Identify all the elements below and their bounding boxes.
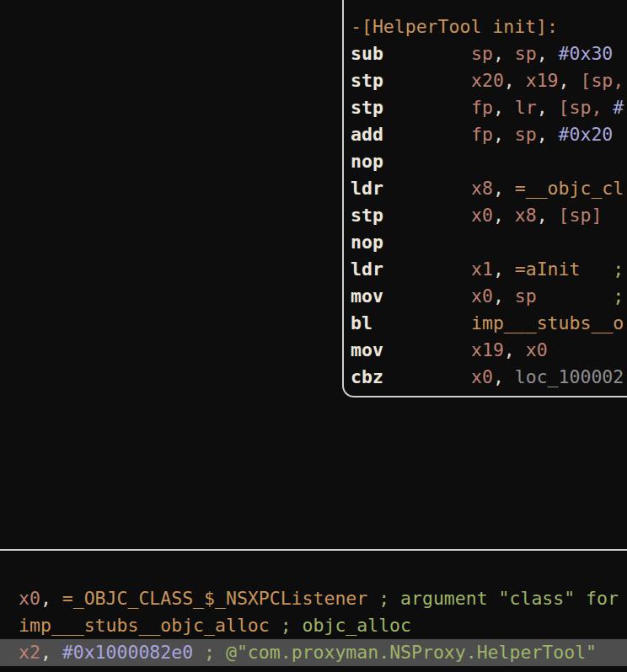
asm-instruction-line[interactable]: movx19, x0 (351, 337, 627, 364)
asm-instruction-line[interactable]: addfp, sp, #0x20 (351, 121, 627, 148)
asm-token-pun: , (559, 70, 581, 91)
asm-token-pun: , (537, 97, 559, 118)
asm-token-reg: lr (515, 97, 537, 118)
asm-token-pun: , (493, 178, 515, 199)
asm-token-imm: #0x20 (559, 124, 614, 145)
asm-token-reg: sp (515, 124, 537, 145)
asm-token-cmt: ; objc_alloc (281, 615, 411, 636)
asm-mnemonic: ldr (351, 256, 471, 283)
asm-token-cmt: ; argument "class" for (378, 588, 619, 609)
asm-token-pun: , (504, 339, 526, 360)
asm-line[interactable]: imp___stubs__objc_alloc ; objc_alloc (0, 612, 627, 639)
asm-token-pun: , (537, 124, 559, 145)
asm-token-sym: =aInit (515, 259, 581, 280)
asm-token-reg: fp (471, 97, 493, 118)
asm-mnemonic: bl (351, 310, 471, 337)
asm-token-pun: , (493, 366, 515, 387)
asm-token-reg: x8 (515, 205, 537, 226)
asm-token-pun: , (493, 259, 515, 280)
asm-mnemonic: sub (351, 40, 471, 67)
asm-token-pln (270, 615, 281, 636)
asm-label-line[interactable]: -[HelperTool init]: (351, 13, 627, 40)
asm-token-pun: , (493, 205, 515, 226)
asm-mnemonic: mov (351, 337, 471, 364)
asm-token-pun: , (504, 70, 526, 91)
asm-token-sym: imp___stubs__objc_alloc (19, 615, 270, 636)
asm-token-pun: , (493, 285, 515, 307)
asm-instruction-line[interactable]: stpx0, x8, [sp] (351, 202, 627, 229)
assembly-listing-pane[interactable]: x0, =_OBJC_CLASS_$_NSXPCListener ; argum… (0, 585, 627, 666)
asm-line-selected[interactable]: x2, #0x1000082e0 ; @"com.proxyman.NSProx… (0, 639, 627, 666)
cfg-node-helpertool-init[interactable]: -[HelperTool init]:subsp, sp, #0x30stpx2… (342, 0, 627, 397)
asm-mnemonic: ldr (351, 175, 471, 202)
pane-divider[interactable] (0, 549, 627, 551)
asm-mnemonic: nop (351, 229, 471, 256)
asm-token-reg: x8 (471, 178, 493, 199)
asm-token-reg: x0 (471, 205, 493, 226)
method-label: -[HelperTool init]: (351, 16, 558, 37)
asm-token-pun: , (493, 97, 515, 118)
asm-mnemonic: stp (351, 94, 471, 121)
asm-token-reg: [sp] (559, 205, 603, 226)
asm-token-reg: fp (471, 124, 493, 145)
asm-instruction-line[interactable]: ldrx1, =aInit ; (351, 256, 627, 283)
asm-instruction-line[interactable]: nop (351, 148, 627, 175)
asm-instruction-line[interactable]: stpx20, x19, [sp, (351, 67, 627, 94)
asm-token-reg: x1 (471, 259, 493, 280)
asm-instruction-line[interactable]: stpfp, lr, [sp, # (351, 94, 627, 121)
disassembler-view: -[HelperTool init]:subsp, sp, #0x30stpx2… (0, 0, 627, 672)
asm-token-pun: , (493, 124, 515, 145)
cfg-node-code: -[HelperTool init]:subsp, sp, #0x30stpx2… (344, 0, 627, 391)
asm-token-imm: #0x1000082e0 (62, 642, 193, 663)
asm-token-imm: #0x30 (559, 43, 614, 64)
asm-instruction-line[interactable]: subsp, sp, #0x30 (351, 40, 627, 67)
asm-token-reg: x0 (471, 366, 493, 387)
asm-token-cmt: ; (613, 259, 624, 280)
asm-token-reg: x19 (526, 70, 559, 91)
asm-token-reg: [sp, (559, 97, 614, 118)
asm-token-reg: x20 (471, 70, 504, 91)
asm-mnemonic: stp (351, 67, 471, 94)
asm-token-reg: sp (515, 43, 537, 64)
asm-token-reg: [sp, (580, 70, 624, 91)
asm-token-sym: imp___stubs__o (471, 312, 624, 333)
asm-line[interactable]: x0, =_OBJC_CLASS_$_NSXPCListener ; argum… (0, 585, 627, 612)
asm-token-reg: x0 (526, 339, 548, 360)
asm-token-pln (537, 285, 614, 307)
asm-token-sym: =__objc_cl (515, 178, 624, 199)
asm-token-pun: , (40, 588, 62, 609)
asm-mnemonic: nop (351, 148, 471, 175)
asm-mnemonic: cbz (351, 364, 471, 391)
asm-instruction-line[interactable]: blimp___stubs__o (351, 310, 627, 337)
asm-token-pun: , (40, 642, 62, 663)
asm-token-imm: # (613, 97, 624, 118)
asm-token-loc: loc_100002 (515, 366, 624, 387)
asm-mnemonic: stp (351, 202, 471, 229)
asm-token-reg: x19 (471, 339, 504, 360)
asm-token-reg: sp (471, 43, 493, 64)
asm-token-cmt: ; (613, 285, 624, 307)
asm-mnemonic: mov (351, 283, 471, 310)
asm-token-pln (580, 259, 613, 280)
asm-token-reg: x0 (471, 285, 493, 307)
asm-token-pun: , (537, 43, 559, 64)
asm-mnemonic: add (351, 121, 471, 148)
asm-instruction-line[interactable]: ldrx8, =__objc_cl (351, 175, 627, 202)
asm-token-pln (193, 642, 204, 663)
asm-token-pun: , (493, 43, 515, 64)
asm-token-pun: , (537, 205, 559, 226)
asm-instruction-line[interactable]: movx0, sp ; (351, 283, 627, 310)
asm-token-reg: sp (515, 285, 537, 307)
asm-token-sym: =_OBJC_CLASS_$_NSXPCListener (62, 588, 367, 609)
asm-token-reg: x2 (19, 642, 40, 663)
asm-token-reg: x0 (19, 588, 40, 609)
asm-token-pln (367, 588, 378, 609)
asm-token-cmt: ; @"com.proxyman.NSProxy.HelperTool" (204, 642, 597, 663)
asm-instruction-line[interactable]: cbzx0, loc_100002 (351, 364, 627, 391)
asm-instruction-line[interactable]: nop (351, 229, 627, 256)
